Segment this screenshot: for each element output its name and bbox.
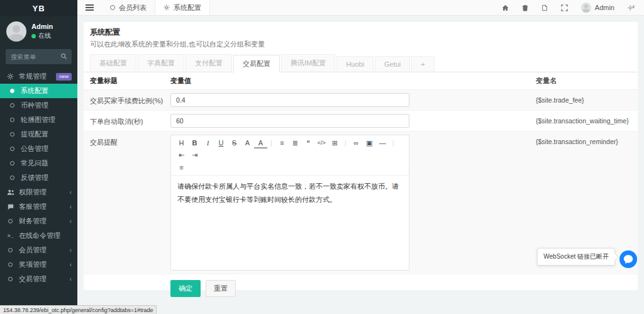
tab-huobi[interactable]: Huobi <box>336 56 374 72</box>
chat-widget-button[interactable] <box>619 250 637 268</box>
font-color-button[interactable]: A <box>254 137 267 149</box>
sidebar-toggle-button[interactable] <box>77 0 102 15</box>
cancel-time-input[interactable] <box>170 114 409 128</box>
tab-add-button[interactable]: + <box>411 56 434 72</box>
app-logo[interactable]: YB <box>0 0 77 16</box>
sidebar-item-permissions[interactable]: 权限管理 ‹ <box>0 185 77 199</box>
new-badge: new <box>56 73 72 81</box>
sidebar: YB Admin 在线 常规管理 new <box>0 0 77 314</box>
tab-system-config[interactable]: 系统配置 <box>155 0 210 15</box>
chevron-left-icon: ‹ <box>70 218 72 225</box>
tab-label: 系统配置 <box>174 3 201 13</box>
sidebar-item-feedback[interactable]: 反馈管理 <box>0 171 77 185</box>
column-header-title: 变量标题 <box>90 76 170 86</box>
gears-icon <box>6 73 14 80</box>
reset-button[interactable]: 重置 <box>206 280 236 297</box>
align-button[interactable]: ≡ <box>175 162 188 173</box>
indent-button[interactable]: ⇥ <box>188 149 201 160</box>
outdent-button[interactable]: ⇤ <box>175 149 188 160</box>
tab-getui[interactable]: Getui <box>375 56 410 72</box>
ordered-list-button[interactable]: ≡ <box>275 137 289 149</box>
horizontal-rule-button[interactable]: — <box>376 137 389 149</box>
sidebar-item-general[interactable]: 常规管理 new <box>0 69 77 84</box>
circle-icon <box>8 161 16 165</box>
underline-button[interactable]: U <box>214 137 228 149</box>
row-title: 交易买家手续费比例(%) <box>90 93 170 106</box>
sidebar-item-announcement[interactable]: 公告管理 <box>0 142 77 156</box>
sidebar-item-trade[interactable]: 交易管理 ‹ <box>0 272 77 286</box>
tab-basic-config[interactable]: 基础配置 <box>90 54 136 72</box>
trade-reminder-editor-body[interactable]: 请确保付款卡所属人与平台实名信息一致，若不一致卖家有权不放币。请不要使用支付宝银… <box>171 176 409 270</box>
sidebar-item-awards[interactable]: 奖项管理 ‹ <box>0 257 77 272</box>
image-button[interactable]: ▣ <box>363 137 376 149</box>
chevron-left-icon: ‹ <box>70 247 72 254</box>
font-button[interactable]: A <box>241 137 254 149</box>
column-header-var: 变量名 <box>536 76 631 86</box>
chevron-left-icon: ‹ <box>70 203 72 210</box>
sidebar-item-members[interactable]: 会员管理 ‹ <box>0 243 77 257</box>
sidebar-item-label: 轮播图管理 <box>21 115 55 125</box>
user-panel: Admin 在线 <box>0 16 77 45</box>
strikethrough-button[interactable]: S <box>228 137 241 149</box>
circle-icon <box>6 277 14 281</box>
terminal-icon: >_ <box>6 233 14 238</box>
sidebar-item-faq[interactable]: 常见问题 <box>0 156 77 171</box>
sidebar-item-carousel[interactable]: 轮播图管理 <box>0 113 77 127</box>
config-tabs: 基础配置 字典配置 支付配置 交易配置 腾讯IM配置 Huobi Getui + <box>84 52 638 72</box>
websocket-toast: WebSocket 链接已断开 <box>537 248 615 266</box>
sidebar-item-online-command[interactable]: >_ 在线命令管理 <box>0 228 77 243</box>
sidebar-item-withdraw-config[interactable]: 提现配置 <box>0 127 77 142</box>
tab-member-list[interactable]: 会员列表 <box>102 0 155 15</box>
sidebar-item-label: 会员管理 <box>19 245 47 255</box>
toolbar-divider: | <box>389 139 397 147</box>
tab-payment-config[interactable]: 支付配置 <box>186 54 232 72</box>
tab-trade-config[interactable]: 交易配置 <box>233 55 280 72</box>
table-button[interactable]: ⊞ <box>328 137 341 149</box>
circle-icon <box>6 248 14 252</box>
sidebar-item-currency[interactable]: 币种管理 <box>0 98 77 113</box>
column-header-value: 变量值 <box>170 76 536 86</box>
tab-dict-config[interactable]: 字典配置 <box>138 54 184 72</box>
heading-button[interactable]: H <box>175 137 188 149</box>
fullscreen-icon[interactable] <box>561 4 568 11</box>
home-icon[interactable] <box>502 4 509 11</box>
trash-icon[interactable] <box>522 4 528 11</box>
hamburger-icon <box>86 7 94 8</box>
online-dot-icon <box>31 34 36 38</box>
unordered-list-button[interactable]: ≣ <box>289 137 302 149</box>
row-var-name: {$site.trade_fee} <box>536 93 631 104</box>
submit-button[interactable]: 确定 <box>170 280 201 297</box>
sidebar-item-label: 交易管理 <box>19 274 47 284</box>
topbar-user-name: Admin <box>595 4 614 11</box>
tab-tencent-im-config[interactable]: 腾讯IM配置 <box>281 54 335 72</box>
circle-icon <box>8 176 16 180</box>
link-button[interactable]: ∞ <box>350 137 363 149</box>
sidebar-menu: 常规管理 new 系统配置 币种管理 轮播图管理 提现配置 公告管理 <box>0 69 77 286</box>
sidebar-item-label: 提现配置 <box>21 130 48 139</box>
sidebar-item-label: 权限管理 <box>19 188 47 197</box>
gear-icon <box>8 89 16 93</box>
row-title: 交易提醒 <box>90 135 170 147</box>
page-subtitle: 可以在此增改系统的变量和分组,也可以自定义分组和变量 <box>90 40 631 49</box>
bold-button[interactable]: B <box>188 137 201 149</box>
sidebar-item-system-config[interactable]: 系统配置 <box>0 84 77 98</box>
tab-label: 会员列表 <box>119 3 147 13</box>
sidebar-item-finance[interactable]: 财务管理 ‹ <box>0 214 77 228</box>
row-title: 下单自动取消(秒) <box>90 114 170 126</box>
rich-text-editor: H B I U S A A | ≡ ≣ “ </> ⊞ <box>170 135 409 271</box>
code-button[interactable]: </> <box>315 137 328 149</box>
refresh-page-icon[interactable] <box>541 4 548 11</box>
italic-button[interactable]: I <box>201 137 214 149</box>
settings-gears-icon[interactable] <box>628 4 635 11</box>
user-name: Admin <box>31 23 53 30</box>
user-menu[interactable]: Admin <box>581 3 614 13</box>
trade-fee-input[interactable] <box>170 93 409 107</box>
sidebar-item-customer-service[interactable]: 客服管理 ‹ <box>0 199 77 214</box>
quote-button[interactable]: “ <box>302 137 315 149</box>
circle-icon <box>6 262 14 267</box>
user-status-label: 在线 <box>38 31 51 40</box>
circle-icon <box>8 103 16 108</box>
search-icon[interactable] <box>60 53 67 60</box>
page-title: 系统配置 <box>90 27 631 38</box>
main-content: 系统配置 可以在此增改系统的变量和分组,也可以自定义分组和变量 基础配置 字典配… <box>77 16 644 314</box>
